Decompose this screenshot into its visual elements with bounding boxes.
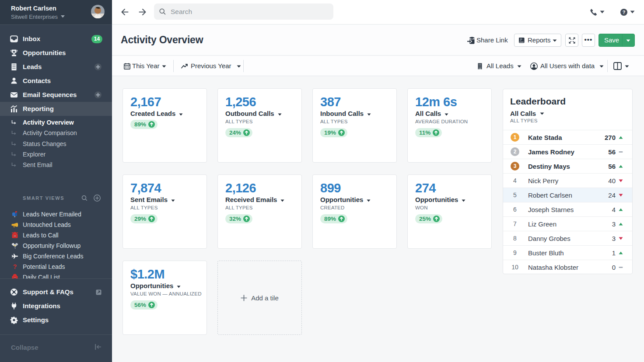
svg-text:?: ? bbox=[623, 10, 626, 15]
svg-text:?: ? bbox=[13, 263, 17, 270]
